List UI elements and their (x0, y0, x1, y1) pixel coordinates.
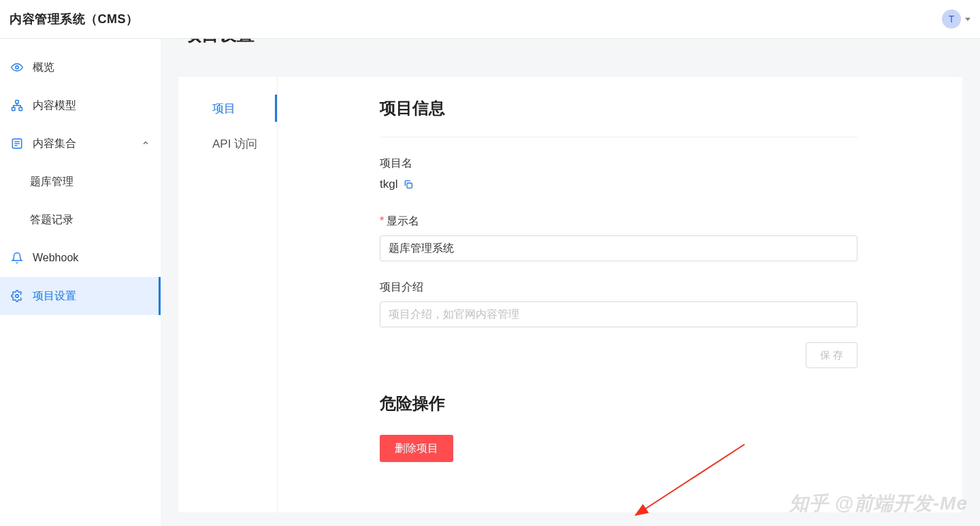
topbar: 内容管理系统（CMS） T (0, 0, 980, 39)
sidebar-item-label: 题库管理 (30, 175, 74, 189)
eye-icon (11, 61, 23, 73)
sidebar-item-settings[interactable]: 项目设置 (0, 277, 161, 315)
settings-card: 项目 API 访问 项目信息 项目名 tkgl *显示名 项目介绍 (178, 77, 962, 512)
inner-tabs: 项目 API 访问 (178, 77, 278, 512)
required-asterisk: * (380, 215, 384, 227)
chevron-down-icon (965, 18, 970, 21)
sidebar-item-label: 概览 (33, 61, 54, 75)
project-info-heading: 项目信息 (380, 97, 860, 119)
gear-icon (11, 290, 23, 302)
sidebar-item-overview[interactable]: 概览 (0, 48, 161, 86)
sidebar-item-label: 内容集合 (33, 137, 76, 151)
display-name-input[interactable] (380, 235, 858, 261)
settings-panel: 项目信息 项目名 tkgl *显示名 项目介绍 保 存 (278, 77, 962, 512)
sidebar-item-label: 项目设置 (33, 289, 76, 303)
danger-heading: 危险操作 (380, 393, 860, 414)
main-content: 项目设置 项目 API 访问 项目信息 项目名 tkgl *显示名 (161, 39, 980, 526)
svg-rect-1 (16, 101, 19, 104)
avatar[interactable]: T (942, 10, 961, 29)
sidebar-item-answer-record[interactable]: 答题记录 (0, 201, 161, 239)
chevron-up-icon (142, 137, 150, 150)
app-title: 内容管理系统（CMS） (10, 11, 139, 27)
sidebar-item-model[interactable]: 内容模型 (0, 86, 161, 125)
sidebar-item-label: 答题记录 (30, 213, 74, 227)
bell-icon (11, 252, 23, 264)
description-input[interactable] (380, 301, 858, 327)
svg-rect-9 (407, 183, 412, 188)
sidebar: 概览 内容模型 内容集合 题库管理 答题记录 W (0, 39, 161, 526)
delete-project-button[interactable]: 删除项目 (380, 435, 453, 462)
sidebar-item-question-bank[interactable]: 题库管理 (0, 163, 161, 201)
sidebar-item-label: 内容模型 (33, 99, 76, 113)
save-button[interactable]: 保 存 (806, 342, 858, 368)
description-label: 项目介绍 (380, 280, 860, 295)
sidebar-item-label: Webhook (33, 252, 78, 264)
svg-rect-3 (19, 108, 22, 111)
tab-api-access[interactable]: API 访问 (178, 126, 277, 161)
topbar-right[interactable]: T (942, 10, 970, 29)
copy-icon[interactable] (403, 179, 414, 190)
page-title: 项目设置 (178, 39, 962, 66)
display-name-label: *显示名 (380, 214, 860, 229)
svg-point-8 (16, 295, 19, 298)
sidebar-item-collection[interactable]: 内容集合 (0, 125, 161, 163)
project-name-value: tkgl (380, 178, 397, 191)
svg-point-0 (16, 66, 19, 69)
collection-icon (11, 137, 23, 150)
project-name-label: 项目名 (380, 157, 860, 171)
model-icon (11, 99, 23, 112)
tab-project[interactable]: 项目 (178, 91, 277, 126)
project-name-value-row: tkgl (380, 178, 860, 191)
divider (380, 137, 858, 137)
sidebar-item-webhook[interactable]: Webhook (0, 239, 161, 277)
svg-rect-2 (12, 108, 16, 111)
